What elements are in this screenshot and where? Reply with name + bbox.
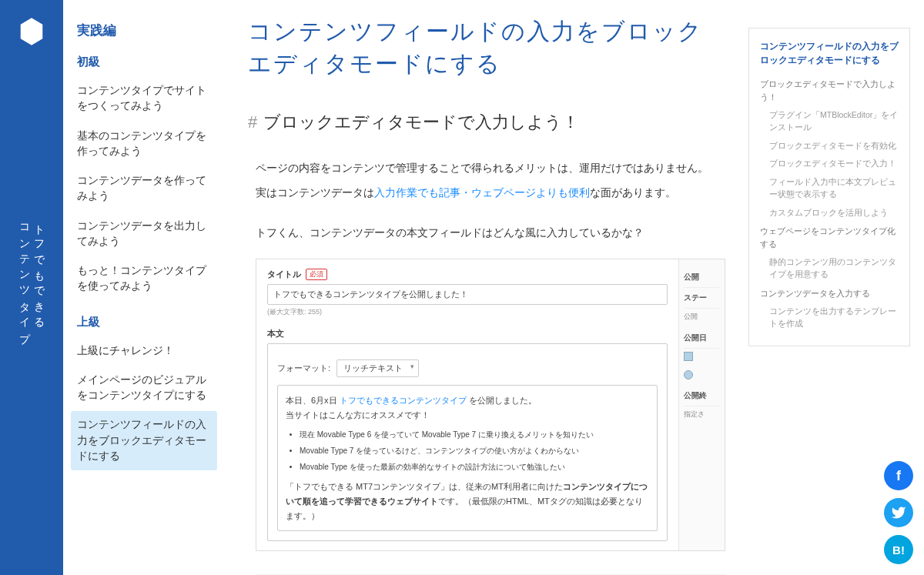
editor-format-row: フォーマット: リッチテキスト	[277, 359, 658, 377]
inline-link[interactable]: 入力作業でも記事・ウェブページよりも便利	[374, 186, 590, 199]
paragraph: 実はコンテンツデータは入力作業でも記事・ウェブページよりも便利な面があります。	[256, 182, 725, 203]
nav-group-beginner: 初級	[77, 55, 211, 69]
paragraph: ページの内容をコンテンツで管理することで得られるメリットは、運用だけではありませ…	[256, 157, 725, 179]
main-content: コンテンツフィールドの入力をブロックエディタモードにする #ブロックエディタモー…	[225, 0, 748, 575]
editor-title-hint: (最大文字数: 255)	[267, 307, 668, 317]
social-share-buttons: f B!	[884, 461, 913, 564]
toc-item[interactable]: コンテンツデータを入力する	[760, 284, 899, 303]
toc-item[interactable]: フィールド入力中に本文プレビュー状態で表示する	[760, 173, 899, 204]
nav-item[interactable]: 基本のコンテンツタイプを作ってみよう	[71, 122, 217, 166]
editor-body-textarea: 本日、6月x日 トフでもできるコンテンツタイプ を公開しました。 当サイトはこん…	[277, 385, 658, 531]
toc-item[interactable]: ウェブページをコンテンツタイプ化する	[760, 222, 899, 253]
site-title-vertical: コンテンツタイプ トフでもできる	[16, 217, 46, 340]
logo-icon[interactable]	[15, 15, 48, 48]
twitter-icon	[891, 505, 906, 520]
twitter-share-button[interactable]	[884, 498, 913, 527]
nav-item[interactable]: コンテンツデータを作ってみよう	[71, 167, 217, 211]
toc-item[interactable]: ブロックエディタモードを有効化	[760, 137, 899, 155]
toc-item[interactable]: ブロックエディタモードで入力しよう！	[760, 75, 899, 106]
section-heading: #ブロックエディタモードで入力しよう！	[248, 111, 725, 134]
hash-icon: #	[248, 112, 257, 132]
editor-title-label: タイトル 必須	[267, 269, 668, 280]
toc-item[interactable]: コンテンツを出力するテンプレートを作成	[760, 303, 899, 333]
toc-item[interactable]: カスタムブロックを活用しよう	[760, 204, 899, 222]
paragraph: トフくん、コンテンツデータの本文フィールドはどんな風に入力しているかな？	[256, 222, 725, 243]
toc-item[interactable]: 静的コンテンツ用のコンテンツタイプを用意する	[760, 253, 899, 284]
nav-item[interactable]: コンテンツデータを出力してみよう	[71, 212, 217, 256]
editor-body-label: 本文	[267, 328, 668, 339]
nav-item[interactable]: メインページのビジュアルをコンテンツタイプにする	[71, 366, 217, 410]
blue-sidebar: コンテンツタイプ トフでもできる	[0, 0, 63, 575]
facebook-share-button[interactable]: f	[884, 461, 913, 490]
nav-item[interactable]: 上級にチャレンジ！	[71, 337, 217, 365]
nav-item-active[interactable]: コンテンツフィールドの入力をブロックエディタモードにする	[71, 411, 217, 470]
hatena-share-button[interactable]: B!	[884, 535, 913, 564]
toc-item[interactable]: プラグイン「MTBlockEditor」をインストール	[760, 106, 899, 137]
left-navigation: 実践編 初級 コンテンツタイプでサイトをつくってみよう 基本のコンテンツタイプを…	[63, 0, 225, 575]
article-body: ページの内容をコンテンツで管理することで得られるメリットは、運用だけではありませ…	[256, 157, 725, 243]
calendar-icon	[684, 352, 693, 361]
clock-icon	[684, 370, 693, 379]
nav-section-heading: 実践編	[77, 22, 211, 39]
editor-screenshot-mock: タイトル 必須 トフでもできるコンテンツタイプを公開しました！ (最大文字数: …	[256, 259, 725, 551]
page-title: コンテンツフィールドの入力をブロックエディタモードにする	[248, 15, 725, 80]
nav-item[interactable]: もっと！コンテンツタイプを使ってみよう	[71, 257, 217, 301]
editor-format-select: リッチテキスト	[336, 359, 419, 377]
editor-title-input: トフでもできるコンテンツタイプを公開しました！	[267, 284, 668, 305]
toc-title: コンテンツフィールドの入力をブロックエディタモードにする	[760, 39, 899, 67]
toc-item[interactable]: ブロックエディタモードで入力！	[760, 155, 899, 173]
nav-group-advanced: 上級	[77, 315, 211, 329]
nav-item[interactable]: コンテンツタイプでサイトをつくってみよう	[71, 77, 217, 121]
required-badge: 必須	[306, 269, 327, 280]
editor-sidebar: 公開 ステー 公開 公開日 公開終 指定さ	[678, 259, 725, 550]
